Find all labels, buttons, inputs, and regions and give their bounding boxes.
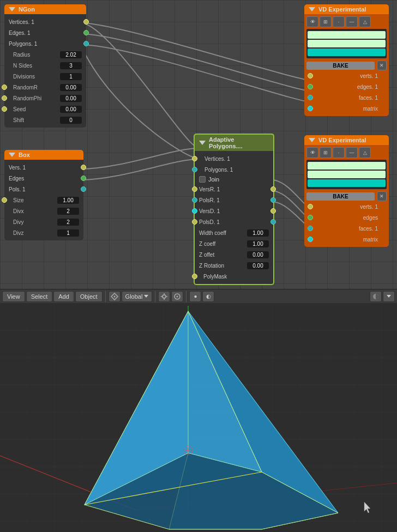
adaptive-join-checkbox[interactable]: [199, 176, 206, 183]
vd1-bar2[interactable]: [308, 40, 386, 47]
select-button[interactable]: Select: [26, 291, 53, 302]
vd2-bar2[interactable]: [308, 171, 386, 178]
adaptive-node: Adaptive Polygons.... Vertices. 1 Polygo…: [194, 134, 274, 285]
viewport-shading-btn[interactable]: [370, 291, 382, 302]
mode-btn[interactable]: ●: [189, 291, 201, 302]
ngon-randomphi-row: RandomPhi 0.00: [4, 93, 86, 104]
box-title: Box: [19, 152, 30, 158]
adaptive-polygons-row: Polygons. 1: [195, 164, 273, 175]
ngon-nsides-row: N Sides 3: [4, 60, 86, 71]
vd2-matrix-row: matrix: [306, 234, 387, 245]
adaptive-polsd-socket[interactable]: [192, 219, 197, 225]
node-editor: NGon Vertices. 1 Edges. 1 Polygons. 1 Ra…: [0, 0, 397, 289]
viewport: [0, 303, 397, 532]
vd2-eye-btn[interactable]: 👁: [306, 147, 318, 158]
vd2-poly-btn[interactable]: △: [359, 147, 371, 158]
box-vers-socket[interactable]: [81, 165, 86, 170]
adaptive-header[interactable]: Adaptive Polygons....: [194, 134, 274, 151]
vd1-bar1[interactable]: [308, 31, 386, 39]
adaptive-versr-socket[interactable]: [192, 186, 197, 192]
ngon-header[interactable]: NGon: [4, 4, 86, 14]
ngon-polygons-socket[interactable]: [83, 41, 89, 46]
vd1-eye-btn[interactable]: 👁: [306, 16, 318, 27]
vd1-title: VD Experimental: [318, 6, 366, 13]
vd1-verts-socket[interactable]: [308, 73, 313, 78]
vd1-dot-btn[interactable]: ·: [333, 16, 345, 27]
vd2-bar1[interactable]: [308, 162, 386, 170]
vd2-grid-btn[interactable]: ⊞: [320, 147, 332, 158]
vd1-bake-button[interactable]: BAKE: [306, 62, 375, 70]
object-button[interactable]: Object: [75, 291, 103, 302]
vd2-bar3[interactable]: [308, 179, 386, 187]
global-dropdown-arrow: [144, 295, 148, 298]
svg-point-0: [113, 295, 115, 297]
vd2-bake-x-button[interactable]: ✕: [377, 191, 387, 201]
vd1-bake-x-button[interactable]: ✕: [377, 61, 387, 70]
vd2-matrix-socket[interactable]: [308, 237, 313, 242]
adaptive-polsr-socket[interactable]: [192, 197, 197, 203]
adaptive-zrotation-row: Z Rotation 0.00: [195, 260, 273, 271]
vd2-verts-socket[interactable]: [308, 204, 313, 209]
vd2-dot-btn[interactable]: ·: [333, 147, 345, 158]
box-header[interactable]: Box: [4, 150, 83, 160]
adaptive-versr-out[interactable]: [270, 186, 276, 192]
ngon-edges-socket[interactable]: [83, 30, 89, 35]
vd2-bake-button[interactable]: BAKE: [306, 192, 375, 201]
box-divy-row: Divy 2: [4, 216, 83, 227]
vd1-line-btn[interactable]: —: [346, 16, 358, 27]
vd1-grid-btn[interactable]: ⊞: [320, 16, 332, 27]
toolbar-separator-2: [155, 291, 155, 302]
box-edges-socket[interactable]: [81, 176, 86, 181]
adaptive-versd-out[interactable]: [270, 208, 276, 214]
view-button[interactable]: View: [2, 291, 25, 302]
adaptive-polsr-row: PolsR. 1: [195, 195, 273, 205]
global-dropdown[interactable]: Global: [122, 291, 153, 302]
box-vers-row: Vers. 1: [4, 162, 83, 173]
adaptive-vertices-in[interactable]: [192, 156, 197, 161]
pivot-btn[interactable]: [158, 291, 170, 302]
box-divx-row: Divx 2: [4, 205, 83, 216]
svg-point-7: [177, 295, 178, 297]
adaptive-polsd-out[interactable]: [270, 219, 276, 225]
adaptive-vertices-row: Vertices. 1: [195, 153, 273, 164]
box-size-socket[interactable]: [2, 197, 7, 203]
adaptive-versd-socket[interactable]: [192, 208, 197, 214]
add-button[interactable]: Add: [53, 291, 74, 302]
ngon-randomphi-socket[interactable]: [2, 95, 7, 101]
adaptive-join-label: Join: [208, 176, 219, 183]
box-size-row: Size 1.00: [4, 195, 83, 205]
ngon-vertices-socket[interactable]: [83, 19, 89, 25]
adaptive-polymask-row: PolyMask: [195, 271, 273, 282]
vd1-faces-socket[interactable]: [308, 95, 313, 100]
vd2-line-btn[interactable]: —: [346, 147, 358, 158]
box-pols-socket[interactable]: [81, 186, 86, 192]
pivot-icon: [160, 293, 168, 300]
vd1-header[interactable]: VD Experimental: [304, 4, 389, 14]
vd2-faces-socket[interactable]: [308, 226, 313, 231]
vd1-matrix-socket[interactable]: [308, 106, 313, 111]
viewport-grid: [0, 303, 397, 532]
adaptive-polymask-socket[interactable]: [192, 274, 197, 279]
viewport-options-dropdown[interactable]: [383, 291, 395, 302]
vd2-header[interactable]: VD Experimental: [304, 135, 389, 145]
vd1-bar3[interactable]: [308, 49, 386, 56]
global-label: Global: [125, 293, 143, 300]
viewport-options-arrow: [387, 295, 391, 298]
vd1-verts-row: verts. 1: [306, 70, 387, 81]
toolbar: View Select Add Object Global ● ◐: [0, 289, 397, 303]
adaptive-polsr-out[interactable]: [270, 197, 276, 203]
adaptive-polsd-row: PolsD. 1: [195, 216, 273, 227]
snap-btn[interactable]: [171, 291, 183, 302]
vd1-edges-socket[interactable]: [308, 84, 313, 89]
ngon-edges-row: Edges. 1: [4, 27, 86, 38]
vd2-edges-socket[interactable]: [308, 215, 313, 220]
mode2-btn[interactable]: ◐: [202, 291, 214, 302]
box-edges-row: Edges: [4, 173, 83, 184]
ngon-seed-socket[interactable]: [2, 106, 7, 112]
vd1-poly-btn[interactable]: △: [359, 16, 371, 27]
adaptive-join-row: Join: [195, 175, 273, 184]
adaptive-polygons-in[interactable]: [192, 167, 197, 172]
adaptive-zcoeff-row: Z coeff 1.00: [195, 238, 273, 249]
ngon-randomr-socket[interactable]: [2, 84, 7, 90]
transform-icon-btn[interactable]: [109, 291, 121, 302]
